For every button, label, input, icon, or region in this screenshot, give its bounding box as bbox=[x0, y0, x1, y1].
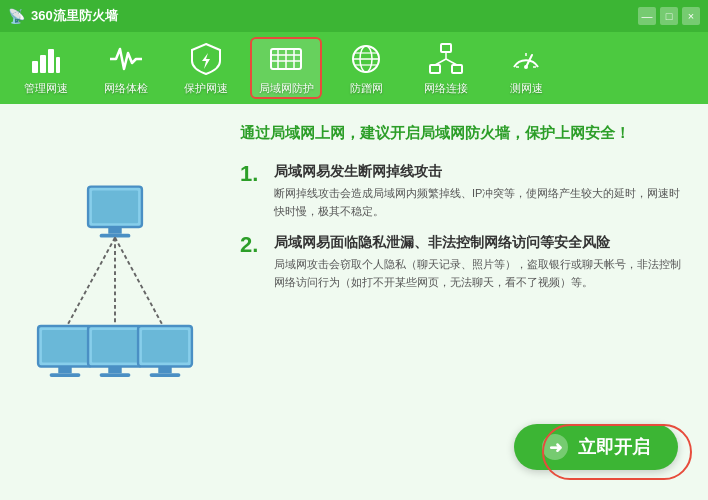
toolbar-label-protect-speed: 保护网速 bbox=[184, 81, 228, 96]
svg-line-33 bbox=[115, 238, 163, 326]
toolbar-label-manage-speed: 管理网速 bbox=[24, 81, 68, 96]
toolbar-item-manage-speed[interactable]: 管理网速 bbox=[10, 37, 82, 99]
toolbar-item-protect-speed[interactable]: 保护网速 bbox=[170, 37, 242, 99]
window-controls: — □ × bbox=[638, 7, 700, 25]
speedometer-icon bbox=[508, 41, 544, 77]
feature-title-2: 局域网易面临隐私泄漏、非法控制网络访问等安全风险 bbox=[274, 234, 688, 252]
feature-item-1: 1. 局域网易发生断网掉线攻击 断网掉线攻击会造成局域网内频繁掉线、IP冲突等，… bbox=[240, 163, 688, 220]
feature-desc-1: 断网掉线攻击会造成局域网内频繁掉线、IP冲突等，使网络产生较大的延时，网速时快时… bbox=[274, 185, 688, 220]
svg-rect-16 bbox=[441, 44, 451, 52]
svg-rect-2 bbox=[48, 49, 54, 73]
svg-rect-39 bbox=[92, 330, 138, 363]
svg-rect-18 bbox=[452, 65, 462, 73]
toolbar: 管理网速 网络体检 保护网速 局域网防护 bbox=[0, 32, 708, 104]
svg-rect-17 bbox=[430, 65, 440, 73]
feature-content-2: 局域网易面临隐私泄漏、非法控制网络访问等安全风险 局域网攻击会窃取个人隐私（聊天… bbox=[274, 234, 688, 291]
svg-line-20 bbox=[435, 59, 446, 65]
svg-rect-29 bbox=[108, 227, 121, 234]
svg-rect-35 bbox=[42, 330, 88, 363]
toolbar-item-net-connect[interactable]: 网络连接 bbox=[410, 37, 482, 99]
start-button[interactable]: ➜ 立即开启 bbox=[514, 424, 678, 470]
globe-lock-icon bbox=[348, 41, 384, 77]
svg-rect-1 bbox=[40, 55, 46, 73]
svg-rect-44 bbox=[158, 366, 171, 373]
title-bar-left: 📡 360流里防火墙 bbox=[8, 7, 118, 25]
title-bar: 📡 360流里防火墙 — □ × bbox=[0, 0, 708, 32]
toolbar-item-network-check[interactable]: 网络体检 bbox=[90, 37, 162, 99]
close-button[interactable]: × bbox=[682, 7, 700, 25]
main-content: 通过局域网上网，建议开启局域网防火墙，保护上网安全！ 1. 局域网易发生断网掉线… bbox=[0, 104, 708, 500]
restore-button[interactable]: □ bbox=[660, 7, 678, 25]
toolbar-item-anti-sponge[interactable]: 防蹭网 bbox=[330, 37, 402, 99]
svg-rect-40 bbox=[108, 366, 121, 373]
main-title: 通过局域网上网，建议开启局域网防火墙，保护上网安全！ bbox=[240, 124, 688, 143]
network-diagram bbox=[15, 177, 215, 427]
toolbar-label-net-connect: 网络连接 bbox=[424, 81, 468, 96]
chart-icon bbox=[28, 41, 64, 77]
start-arrow-icon: ➜ bbox=[542, 434, 568, 460]
feature-content-1: 局域网易发生断网掉线攻击 断网掉线攻击会造成局域网内频繁掉线、IP冲突等，使网络… bbox=[274, 163, 688, 220]
svg-rect-45 bbox=[150, 373, 181, 377]
network-icon bbox=[428, 41, 464, 77]
svg-line-31 bbox=[67, 238, 115, 326]
pulse-icon bbox=[108, 41, 144, 77]
svg-marker-4 bbox=[202, 53, 210, 69]
svg-point-23 bbox=[524, 65, 528, 69]
feature-item-2: 2. 局域网易面临隐私泄漏、非法控制网络访问等安全风险 局域网攻击会窃取个人隐私… bbox=[240, 234, 688, 291]
feature-desc-2: 局域网攻击会窃取个人隐私（聊天记录、照片等），盗取银行或聊天帐号，非法控制网络访… bbox=[274, 256, 688, 291]
feature-number-1: 1. bbox=[240, 163, 264, 220]
toolbar-label-anti-sponge: 防蹭网 bbox=[350, 81, 383, 96]
svg-rect-43 bbox=[142, 330, 188, 363]
start-button-label: 立即开启 bbox=[578, 435, 650, 459]
svg-rect-36 bbox=[58, 366, 71, 373]
feature-number-2: 2. bbox=[240, 234, 264, 291]
app-title: 360流里防火墙 bbox=[31, 7, 118, 25]
left-panel bbox=[0, 104, 230, 500]
feature-title-1: 局域网易发生断网掉线攻击 bbox=[274, 163, 688, 181]
toolbar-label-lan-firewall: 局域网防护 bbox=[259, 81, 314, 96]
svg-line-21 bbox=[446, 59, 457, 65]
svg-rect-28 bbox=[92, 190, 138, 223]
toolbar-item-lan-firewall[interactable]: 局域网防护 bbox=[250, 37, 322, 99]
minimize-button[interactable]: — bbox=[638, 7, 656, 25]
toolbar-label-network-check: 网络体检 bbox=[104, 81, 148, 96]
shield-bolt-icon bbox=[188, 41, 224, 77]
app-logo-icon: 📡 bbox=[8, 8, 25, 24]
toolbar-label-test-speed: 测网速 bbox=[510, 81, 543, 96]
svg-rect-30 bbox=[100, 234, 131, 238]
firewall-icon bbox=[268, 41, 304, 77]
svg-rect-41 bbox=[100, 373, 131, 377]
svg-rect-0 bbox=[32, 61, 38, 73]
svg-rect-37 bbox=[50, 373, 81, 377]
svg-rect-3 bbox=[56, 57, 60, 73]
toolbar-item-test-speed[interactable]: 测网速 bbox=[490, 37, 562, 99]
